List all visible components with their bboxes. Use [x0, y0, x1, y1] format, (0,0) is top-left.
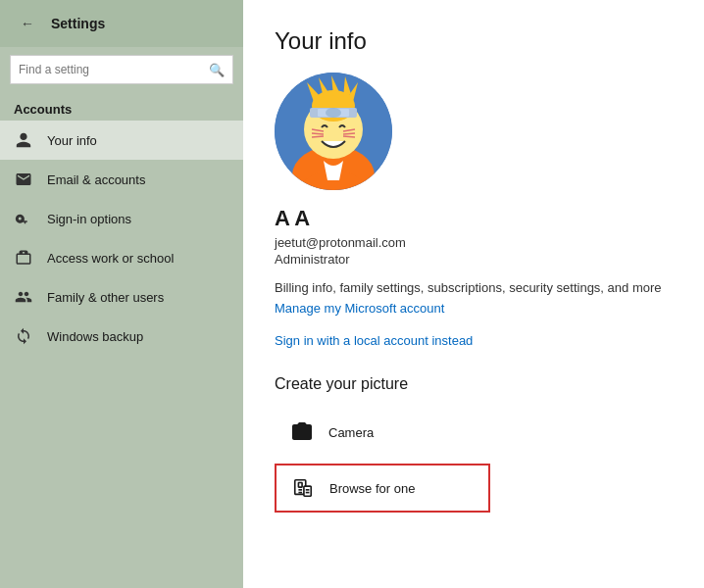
key-icon	[14, 209, 33, 228]
user-role: Administrator	[275, 252, 673, 267]
sidebar: ← Settings 🔍 Accounts Your info Email & …	[0, 0, 243, 588]
sidebar-item-sign-in[interactable]: Sign-in options	[0, 199, 243, 238]
browse-icon	[290, 475, 316, 501]
accounts-label: Accounts	[0, 92, 243, 121]
svg-rect-22	[304, 486, 311, 496]
sidebar-item-your-info[interactable]: Your info	[0, 121, 243, 160]
camera-option-label: Camera	[328, 425, 374, 440]
briefcase-icon	[14, 248, 33, 268]
search-input[interactable]	[19, 63, 209, 76]
avatar	[275, 73, 392, 190]
svg-line-14	[312, 136, 324, 137]
sidebar-item-label-backup: Windows backup	[47, 329, 143, 344]
sidebar-item-family[interactable]: Family & other users	[0, 277, 243, 317]
main-content: Your info	[243, 0, 704, 588]
sidebar-item-label-your-info: Your info	[47, 133, 97, 148]
people-icon	[14, 287, 33, 307]
svg-rect-19	[298, 483, 302, 488]
picture-options: Camera Browse for one	[275, 409, 673, 513]
sidebar-item-label-email: Email & accounts	[47, 172, 145, 187]
browse-option-label: Browse for one	[329, 481, 415, 496]
sidebar-item-label-work: Access work or school	[47, 251, 174, 266]
back-button[interactable]: ←	[14, 10, 41, 37]
sidebar-item-windows-backup[interactable]: Windows backup	[0, 317, 243, 356]
svg-line-16	[343, 133, 355, 134]
search-icon: 🔍	[209, 63, 225, 77]
manage-account-link[interactable]: Manage my Microsoft account	[275, 301, 673, 316]
svg-point-11	[326, 108, 341, 118]
svg-line-17	[343, 136, 355, 137]
sidebar-item-access-work[interactable]: Access work or school	[0, 238, 243, 277]
sidebar-item-label-signin: Sign-in options	[47, 212, 131, 226]
camera-icon	[289, 419, 315, 445]
signin-local-link[interactable]: Sign in with a local account instead	[275, 333, 673, 348]
svg-line-13	[312, 133, 324, 134]
email-icon	[14, 170, 33, 189]
browse-option[interactable]: Browse for one	[275, 464, 490, 513]
sync-icon	[14, 326, 33, 346]
person-icon	[14, 130, 33, 150]
sidebar-item-email-accounts[interactable]: Email & accounts	[0, 160, 243, 199]
camera-option[interactable]: Camera	[275, 409, 490, 456]
create-picture-title: Create your picture	[275, 375, 673, 393]
user-email: jeetut@protonmail.com	[275, 235, 673, 250]
search-box[interactable]: 🔍	[10, 55, 233, 84]
sidebar-title: Settings	[51, 16, 105, 31]
user-name: A A	[275, 206, 673, 231]
page-title: Your info	[275, 27, 673, 55]
billing-info: Billing info, family settings, subscript…	[275, 280, 673, 295]
sidebar-item-label-family: Family & other users	[47, 290, 164, 305]
sidebar-header: ← Settings	[0, 0, 243, 47]
